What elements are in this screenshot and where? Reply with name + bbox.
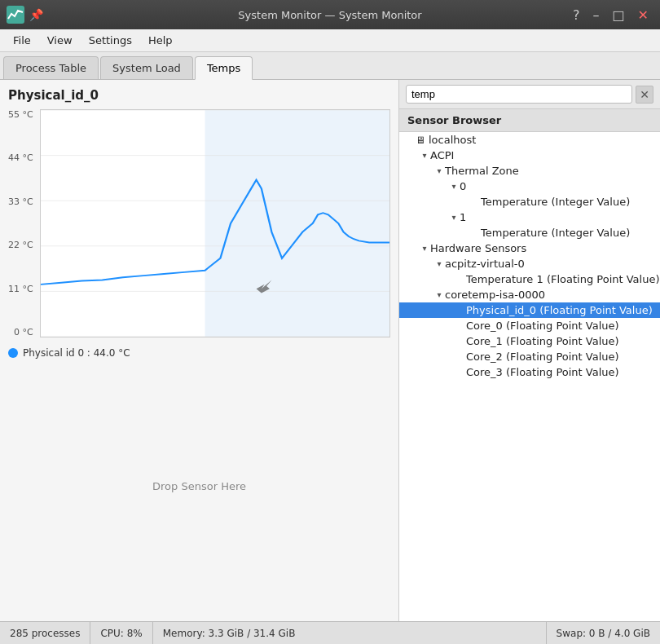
tree-label-core0: Core_0 (Floating Point Value) (466, 320, 619, 332)
tree-item-tz1-temp[interactable]: Temperature (Integer Value) (399, 225, 660, 240)
tree-label-thermal-zone: Thermal Zone (445, 165, 519, 177)
search-input[interactable] (406, 85, 632, 104)
chart-area: 55 °C 44 °C 33 °C 22 °C 11 °C 0 °C (8, 109, 390, 337)
tree-item-core3[interactable]: Core_3 (Floating Point Value) (399, 364, 660, 380)
y-label-11: 11 °C (8, 284, 33, 294)
legend-label: Physical id 0 : 44.0 °C (23, 347, 130, 359)
titlebar: 📌 System Monitor — System Monitor ? – □ … (0, 0, 660, 29)
chart-title: Physical_id_0 (8, 88, 390, 103)
tree-item-acpitz[interactable]: ▾ acpitz-virtual-0 (399, 256, 660, 271)
tree-label-physical-id-0: Physical_id_0 (Floating Point Value) (466, 304, 653, 316)
statusbar: 285 processes CPU: 8% Memory: 3.3 GiB / … (0, 621, 660, 644)
chart-y-axis: 55 °C 44 °C 33 °C 22 °C 11 °C 0 °C (8, 109, 37, 337)
y-label-55: 55 °C (8, 109, 33, 120)
search-bar: ✕ (399, 80, 660, 109)
expand-icon: ▾ (433, 259, 445, 268)
help-button[interactable]: ? (568, 6, 585, 24)
processes-label: 285 processes (10, 628, 80, 639)
expand-icon: ▾ (419, 244, 430, 253)
menu-help[interactable]: Help (142, 31, 179, 50)
tree-item-core1[interactable]: Core_1 (Floating Point Value) (399, 333, 660, 349)
legend-color-dot (8, 348, 18, 358)
menu-settings[interactable]: Settings (82, 31, 139, 50)
drop-zone[interactable]: Drop Sensor Here (8, 359, 390, 613)
expand-icon: ▾ (433, 290, 445, 299)
menu-file[interactable]: File (7, 31, 37, 50)
tree-item-coretemp[interactable]: ▾ coretemp-isa-0000 (399, 287, 660, 302)
menubar: File View Settings Help (0, 29, 660, 52)
tree-label-localhost: localhost (429, 134, 476, 146)
tree-label-core2: Core_2 (Floating Point Value) (466, 351, 619, 363)
left-panel: Physical_id_0 55 °C 44 °C 33 °C 22 °C 11… (0, 80, 399, 621)
chart-svg (41, 110, 389, 337)
close-button[interactable]: ✕ (633, 6, 653, 24)
svg-rect-1 (205, 110, 389, 337)
cpu-label: CPU: 8% (100, 628, 142, 639)
tab-process-table[interactable]: Process Table (3, 56, 99, 79)
status-cpu: CPU: 8% (90, 622, 152, 644)
chart-canvas (40, 109, 390, 337)
window-controls: ? – □ ✕ (568, 6, 653, 24)
y-label-22: 22 °C (8, 240, 33, 250)
main-content: Physical_id_0 55 °C 44 °C 33 °C 22 °C 11… (0, 80, 660, 621)
status-processes: 285 processes (0, 622, 90, 644)
tree-item-tz0[interactable]: ▾ 0 (399, 179, 660, 194)
tree-label-tz0: 0 (460, 180, 466, 192)
maximize-button[interactable]: □ (607, 6, 629, 24)
tree-item-tz1[interactable]: ▾ 1 (399, 210, 660, 225)
tree-label-coretemp: coretemp-isa-0000 (445, 289, 545, 301)
tree-item-hw-sensors[interactable]: ▾ Hardware Sensors (399, 240, 660, 256)
tree-item-acpitz-temp1[interactable]: Temperature 1 (Floating Point Value) (399, 271, 660, 287)
sensor-browser-title: Sensor Browser (399, 109, 660, 132)
right-panel: ✕ Sensor Browser 🖥 localhost ▾ ACPI ▾ (399, 80, 660, 621)
y-label-0: 0 °C (14, 327, 33, 337)
tree-label-tz1: 1 (460, 211, 466, 223)
drop-zone-label: Drop Sensor Here (152, 480, 246, 492)
search-clear-button[interactable]: ✕ (636, 86, 653, 104)
expand-icon: ▾ (448, 213, 460, 222)
tabbar: Process Table System Load Temps (0, 52, 660, 80)
y-label-44: 44 °C (8, 152, 33, 163)
chart-legend: Physical id 0 : 44.0 °C (8, 347, 390, 359)
tree-item-physical-id-0[interactable]: Physical_id_0 (Floating Point Value) (399, 302, 660, 318)
menu-view[interactable]: View (41, 31, 79, 50)
minimize-button[interactable]: – (587, 6, 604, 24)
memory-label: Memory: 3.3 GiB / 31.4 GiB (163, 628, 296, 639)
status-swap: Swap: 0 B / 4.0 GiB (547, 622, 660, 644)
titlebar-left: 📌 (7, 6, 43, 24)
tab-temps[interactable]: Temps (195, 56, 253, 80)
tree-view: 🖥 localhost ▾ ACPI ▾ Thermal Zone ▾ 0 (399, 132, 660, 621)
y-label-33: 33 °C (8, 196, 33, 207)
app-icon (7, 6, 24, 24)
tree-label-tz1-temp: Temperature (Integer Value) (481, 227, 630, 239)
tab-system-load[interactable]: System Load (100, 56, 193, 79)
expand-icon: ▾ (419, 151, 430, 160)
tree-item-acpi[interactable]: ▾ ACPI (399, 148, 660, 163)
pin-icon[interactable]: 📌 (29, 8, 43, 21)
tree-label-acpitz: acpitz-virtual-0 (445, 258, 525, 270)
expand-icon: ▾ (448, 182, 460, 191)
tree-label-hw-sensors: Hardware Sensors (430, 242, 526, 254)
computer-icon: 🖥 (416, 135, 425, 146)
status-memory: Memory: 3.3 GiB / 31.4 GiB (153, 622, 547, 644)
tree-label-tz0-temp: Temperature (Integer Value) (481, 196, 630, 208)
window-title: System Monitor — System Monitor (238, 9, 421, 21)
tree-item-core0[interactable]: Core_0 (Floating Point Value) (399, 318, 660, 333)
tree-label-acpi: ACPI (430, 149, 454, 161)
tree-label-acpitz-temp1: Temperature 1 (Floating Point Value) (466, 273, 659, 285)
tree-item-tz0-temp[interactable]: Temperature (Integer Value) (399, 194, 660, 210)
tree-label-core3: Core_3 (Floating Point Value) (466, 366, 619, 378)
tree-label-core1: Core_1 (Floating Point Value) (466, 335, 619, 347)
tree-item-localhost[interactable]: 🖥 localhost (399, 132, 660, 148)
tree-item-thermal-zone[interactable]: ▾ Thermal Zone (399, 163, 660, 179)
swap-label: Swap: 0 B / 4.0 GiB (557, 628, 650, 639)
expand-icon: ▾ (433, 166, 445, 175)
tree-item-core2[interactable]: Core_2 (Floating Point Value) (399, 349, 660, 364)
